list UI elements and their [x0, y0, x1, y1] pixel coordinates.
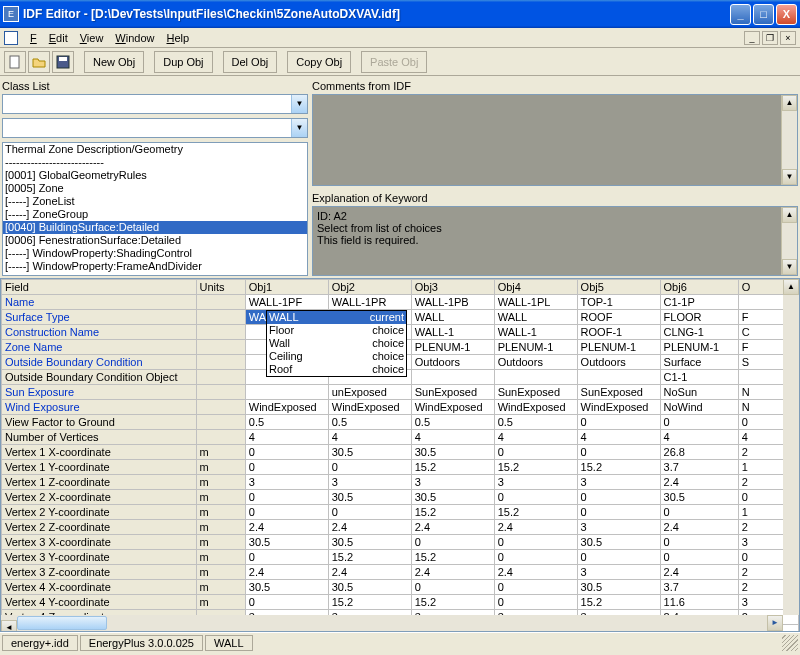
- grid-cell[interactable]: WALL: [494, 310, 577, 325]
- class-list-item[interactable]: [0005] Zone: [3, 182, 307, 195]
- grid-cell[interactable]: Outdoors: [411, 355, 494, 370]
- del-obj-button[interactable]: Del Obj: [223, 51, 278, 73]
- new-file-icon[interactable]: [4, 51, 26, 73]
- grid-cell[interactable]: 30.5: [328, 535, 411, 550]
- grid-scrollbar-horizontal[interactable]: ◄►: [1, 615, 783, 631]
- grid-cell[interactable]: 0: [245, 550, 328, 565]
- grid-header[interactable]: Obj5: [577, 280, 660, 295]
- save-file-icon[interactable]: [52, 51, 74, 73]
- grid-cell[interactable]: 0.5: [245, 415, 328, 430]
- grid-cell[interactable]: WindExposed: [411, 400, 494, 415]
- grid-cell[interactable]: WindExposed: [494, 400, 577, 415]
- scroll-up-icon[interactable]: ▲: [783, 279, 799, 295]
- grid-cell[interactable]: 0: [577, 550, 660, 565]
- field-name-cell[interactable]: Wind Exposure: [2, 400, 197, 415]
- grid-cell[interactable]: CLNG-1: [660, 325, 738, 340]
- field-name-cell[interactable]: Vertex 3 X-coordinate: [2, 535, 197, 550]
- grid-scrollbar-vertical[interactable]: ▲: [783, 279, 799, 615]
- grid-cell[interactable]: 0: [660, 535, 738, 550]
- class-filter-combo-2[interactable]: ▼: [2, 118, 308, 138]
- grid-cell[interactable]: 15.2: [411, 460, 494, 475]
- field-name-cell[interactable]: Vertex 1 Y-coordinate: [2, 460, 197, 475]
- grid-cell[interactable]: 0: [245, 460, 328, 475]
- grid-cell[interactable]: 15.2: [328, 550, 411, 565]
- grid-cell[interactable]: 3: [577, 565, 660, 580]
- grid-cell[interactable]: 3: [328, 475, 411, 490]
- grid-cell[interactable]: 4: [328, 430, 411, 445]
- grid-cell[interactable]: 30.5: [660, 490, 738, 505]
- grid-cell[interactable]: WALL-1PL: [494, 295, 577, 310]
- field-name-cell[interactable]: Vertex 1 Z-coordinate: [2, 475, 197, 490]
- grid-cell[interactable]: 0: [577, 415, 660, 430]
- grid-cell[interactable]: 0: [245, 595, 328, 610]
- grid-cell[interactable]: WALL-1: [494, 325, 577, 340]
- grid-cell[interactable]: 0: [245, 445, 328, 460]
- grid-cell[interactable]: 15.2: [411, 550, 494, 565]
- grid-cell[interactable]: WALL-1: [411, 325, 494, 340]
- grid-cell[interactable]: 0: [660, 415, 738, 430]
- grid-cell[interactable]: 11.6: [660, 595, 738, 610]
- resize-grip[interactable]: [782, 635, 798, 651]
- grid-cell[interactable]: 30.5: [328, 445, 411, 460]
- menu-help[interactable]: Help: [161, 30, 196, 46]
- class-list-item[interactable]: [-----] WindowProperty:FrameAndDivider: [3, 260, 307, 273]
- dropdown-option[interactable]: Wallchoice: [267, 337, 406, 350]
- chevron-down-icon[interactable]: ▼: [291, 95, 307, 113]
- grid-cell[interactable]: NoWind: [660, 400, 738, 415]
- grid-cell[interactable]: 0: [577, 490, 660, 505]
- grid-cell[interactable]: unExposed: [328, 385, 411, 400]
- explanation-textarea[interactable]: ID: A2 Select from list of choices This …: [312, 206, 798, 276]
- dropdown-option[interactable]: Floorchoice: [267, 324, 406, 337]
- class-list-item[interactable]: [-----] WindowProperty:AirflowControl: [3, 273, 307, 276]
- grid-cell[interactable]: 0: [328, 505, 411, 520]
- class-list-item[interactable]: [-----] ZoneList: [3, 195, 307, 208]
- grid-cell[interactable]: 3: [245, 475, 328, 490]
- grid-cell[interactable]: 0.5: [411, 415, 494, 430]
- grid-cell[interactable]: 0: [494, 535, 577, 550]
- scrollbar-vertical[interactable]: ▲▼: [781, 95, 797, 185]
- grid-cell[interactable]: 15.2: [411, 595, 494, 610]
- grid-header[interactable]: Obj4: [494, 280, 577, 295]
- minimize-button[interactable]: _: [730, 4, 751, 25]
- grid-cell[interactable]: 0: [494, 580, 577, 595]
- grid-cell[interactable]: 3: [494, 475, 577, 490]
- field-name-cell[interactable]: Vertex 2 X-coordinate: [2, 490, 197, 505]
- grid-cell[interactable]: C1-1: [660, 370, 738, 385]
- surface-type-dropdown[interactable]: WALLcurrentFloorchoiceWallchoiceCeilingc…: [266, 310, 407, 377]
- grid-cell[interactable]: 30.5: [577, 580, 660, 595]
- grid-cell[interactable]: 3: [577, 475, 660, 490]
- grid-cell[interactable]: 4: [660, 430, 738, 445]
- grid-cell[interactable]: 2.4: [245, 520, 328, 535]
- open-file-icon[interactable]: [28, 51, 50, 73]
- grid-cell[interactable]: 4: [411, 430, 494, 445]
- class-list-item[interactable]: ---------------------------: [3, 156, 307, 169]
- grid-cell[interactable]: 3: [411, 475, 494, 490]
- grid-cell[interactable]: [245, 385, 328, 400]
- grid-cell[interactable]: 2.4: [660, 475, 738, 490]
- grid-cell[interactable]: 4: [577, 430, 660, 445]
- grid-cell[interactable]: 30.5: [245, 580, 328, 595]
- grid-header[interactable]: Units: [196, 280, 245, 295]
- grid-cell[interactable]: 30.5: [328, 580, 411, 595]
- scroll-thumb[interactable]: [17, 616, 107, 630]
- mdi-minimize[interactable]: _: [744, 31, 760, 45]
- menu-window[interactable]: Window: [109, 30, 160, 46]
- close-button[interactable]: X: [776, 4, 797, 25]
- grid-cell[interactable]: 15.2: [494, 505, 577, 520]
- grid-cell[interactable]: WindExposed: [577, 400, 660, 415]
- grid-cell[interactable]: 2.4: [494, 565, 577, 580]
- field-name-cell[interactable]: Surface Type: [2, 310, 197, 325]
- grid-header[interactable]: Obj6: [660, 280, 738, 295]
- field-name-cell[interactable]: Sun Exposure: [2, 385, 197, 400]
- grid-cell[interactable]: 0.5: [328, 415, 411, 430]
- grid-cell[interactable]: SunExposed: [494, 385, 577, 400]
- grid-cell[interactable]: Outdoors: [577, 355, 660, 370]
- menu-edit[interactable]: Edit: [43, 30, 74, 46]
- grid-cell[interactable]: PLENUM-1: [494, 340, 577, 355]
- grid-cell[interactable]: TOP-1: [577, 295, 660, 310]
- object-grid[interactable]: FieldUnitsObj1Obj2Obj3Obj4Obj5Obj6ONameW…: [0, 278, 800, 632]
- scrollbar-vertical[interactable]: ▲▼: [781, 207, 797, 275]
- field-name-cell[interactable]: Outside Boundary Condition Object: [2, 370, 197, 385]
- grid-cell[interactable]: 0: [245, 490, 328, 505]
- grid-cell[interactable]: 30.5: [328, 490, 411, 505]
